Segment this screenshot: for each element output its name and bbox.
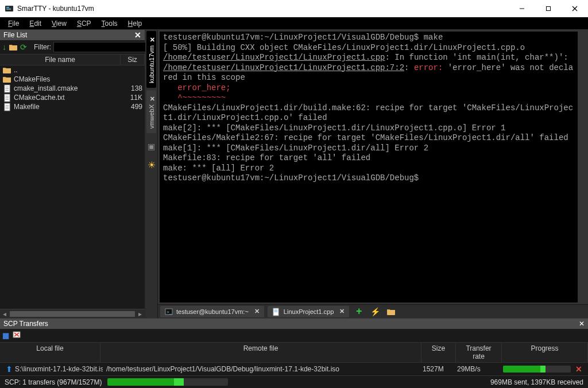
scp-panel: SCP Transfers ✕ ▮▮ Local file Remote fil…: [0, 318, 588, 375]
file-name: Makefile: [14, 103, 116, 111]
window-title: SmarTTY - kubuntu17vm: [17, 5, 94, 13]
quick-action-icon[interactable]: ⚡: [369, 306, 381, 317]
pause-all-icon[interactable]: ▮▮: [2, 331, 8, 340]
file-icon: [2, 84, 11, 92]
file-list-columns: File name Siz: [0, 55, 145, 65]
menubar: File Edit View SCP Tools Help: [0, 17, 588, 29]
screen-icon[interactable]: ▣: [146, 141, 157, 152]
menu-file[interactable]: File: [3, 18, 24, 29]
menu-scp[interactable]: SCP: [72, 18, 96, 29]
filter-label: Filter:: [34, 43, 51, 51]
vertical-tabs: kubuntu17vm✕vmwebX✕ ▣ ☀: [145, 30, 158, 318]
file-list-body: ..CMakeFilescmake_install.cmake138CMakeC…: [0, 65, 145, 309]
scp-close-icon[interactable]: ✕: [579, 320, 585, 328]
file-list-panel: File List ✕ ↓ ⟳ Filter: File name Siz ..…: [0, 30, 145, 318]
minimize-button[interactable]: [509, 0, 535, 17]
column-file-name[interactable]: File name: [0, 55, 121, 65]
folder-icon: [2, 66, 11, 74]
session-tab[interactable]: kubuntu17vm✕: [146, 31, 156, 88]
file-list-hscroll[interactable]: ◂ ▸: [0, 309, 145, 318]
scp-col-remote[interactable]: Remote file: [100, 343, 421, 362]
menu-view[interactable]: View: [47, 18, 71, 29]
scp-title: SCP Transfers: [3, 320, 48, 328]
svg-rect-22: [274, 309, 278, 310]
file-name: CMakeCache.txt: [14, 94, 116, 102]
terminal-output[interactable]: testuser@kubuntu17vm:~/LinuxProject1/Vis…: [158, 30, 588, 304]
transfer-rate: 29MB/s: [454, 365, 500, 373]
terminal-tab-label: testuser@kubuntu17vm:~: [176, 308, 249, 315]
scp-row[interactable]: ⬆S:\linuxmint-17.1-kde-32bit.iso/home/te…: [0, 363, 588, 375]
file-row[interactable]: Makefile499: [0, 102, 145, 111]
open-folder-icon[interactable]: [9, 42, 18, 52]
file-icon: [2, 103, 11, 111]
terminal-tabs: >_testuser@kubuntu17vm:~✕LinuxProject1.c…: [158, 304, 588, 318]
file-size: 138: [118, 84, 142, 92]
terminal-icon: >_: [165, 308, 173, 316]
folder-icon: [2, 75, 11, 83]
close-button[interactable]: [562, 0, 588, 17]
file-row[interactable]: CMakeCache.txt11K: [0, 93, 145, 102]
maximize-button[interactable]: [535, 0, 562, 17]
remote-file: /home/testuser/LinuxProject1/VisualGDB/D…: [103, 365, 419, 373]
status-right-text: 969MB sent, 1397KB received: [490, 378, 583, 386]
close-icon[interactable]: ✕: [148, 36, 155, 43]
new-tab-icon[interactable]: +: [353, 306, 365, 317]
session-tab-label: kubuntu17vm: [148, 45, 155, 83]
file-icon: [272, 308, 280, 316]
scp-col-size[interactable]: Size: [421, 343, 456, 362]
status-progress: [107, 378, 228, 386]
terminal-tab[interactable]: LinuxProject1.cpp✕: [268, 306, 349, 317]
scroll-left-icon[interactable]: ◂: [0, 309, 9, 319]
close-icon[interactable]: ✕: [252, 308, 260, 315]
terminal-tab-label: LinuxProject1.cpp: [284, 308, 334, 315]
close-icon[interactable]: ✕: [337, 308, 345, 315]
scroll-thumb[interactable]: [10, 311, 135, 317]
column-size[interactable]: Siz: [121, 55, 145, 65]
file-row[interactable]: ..: [0, 65, 145, 75]
upload-icon: ⬆: [6, 364, 13, 374]
file-name: cmake_install.cmake: [14, 84, 116, 92]
scp-col-local[interactable]: Local file: [0, 343, 100, 362]
download-icon[interactable]: ↓: [2, 42, 6, 52]
open-folder-icon[interactable]: [385, 306, 397, 317]
svg-rect-4: [547, 7, 551, 11]
filter-input[interactable]: [53, 42, 155, 52]
status-left-text: SCP: 1 transfers (967M/1527M): [5, 378, 102, 386]
refresh-icon[interactable]: ⟳: [20, 42, 27, 52]
file-name: ..: [14, 66, 116, 74]
scp-columns: Local file Remote file Size Transfer rat…: [0, 343, 588, 363]
file-list-title: File List: [3, 31, 27, 39]
transfer-size: 1527M: [419, 365, 454, 373]
statusbar: SCP: 1 transfers (967M/1527M) 969MB sent…: [0, 375, 588, 388]
file-list-toolbar: ↓ ⟳ Filter:: [0, 40, 145, 55]
terminal-tab[interactable]: >_testuser@kubuntu17vm:~✕: [160, 306, 264, 317]
session-tab[interactable]: vmwebX✕: [146, 90, 156, 133]
scp-header: SCP Transfers ✕: [0, 319, 588, 329]
svg-rect-2: [6, 9, 11, 10]
menu-tools[interactable]: Tools: [97, 18, 122, 29]
svg-rect-23: [274, 311, 278, 312]
file-row[interactable]: CMakeFiles: [0, 75, 145, 84]
scroll-right-icon[interactable]: ▸: [136, 309, 145, 319]
session-tab-label: vmwebX: [148, 104, 155, 129]
scp-rows: ⬆S:\linuxmint-17.1-kde-32bit.iso/home/te…: [0, 363, 588, 375]
file-icon: [2, 94, 11, 102]
terminal-area: testuser@kubuntu17vm:~/LinuxProject1/Vis…: [158, 30, 588, 318]
cancel-transfer-icon[interactable]: ✕: [575, 364, 582, 374]
sun-icon[interactable]: ☀: [146, 160, 157, 170]
close-icon[interactable]: ✕: [148, 95, 155, 102]
file-name: CMakeFiles: [14, 75, 116, 83]
scp-col-rate[interactable]: Transfer rate: [456, 343, 502, 362]
svg-rect-1: [6, 7, 9, 8]
menu-help[interactable]: Help: [123, 18, 147, 29]
file-size: 11K: [118, 94, 142, 102]
main-area: File List ✕ ↓ ⟳ Filter: File name Siz ..…: [0, 29, 588, 318]
menu-edit[interactable]: Edit: [25, 18, 46, 29]
scp-col-prog[interactable]: Progress: [502, 343, 588, 362]
local-file: S:\linuxmint-17.1-kde-32bit.iso: [15, 365, 103, 373]
scp-toolbar: ▮▮: [0, 329, 588, 343]
file-row[interactable]: cmake_install.cmake138: [0, 84, 145, 93]
file-list-close-icon[interactable]: ✕: [134, 30, 141, 40]
clear-icon[interactable]: [13, 331, 22, 340]
titlebar: SmarTTY - kubuntu17vm: [0, 0, 588, 17]
